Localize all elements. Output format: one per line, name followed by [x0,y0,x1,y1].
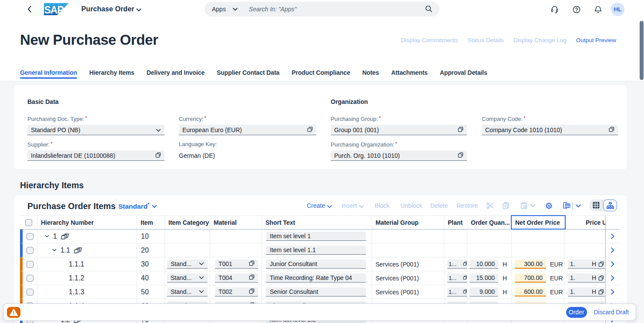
svg-text:SAP: SAP [44,4,64,16]
